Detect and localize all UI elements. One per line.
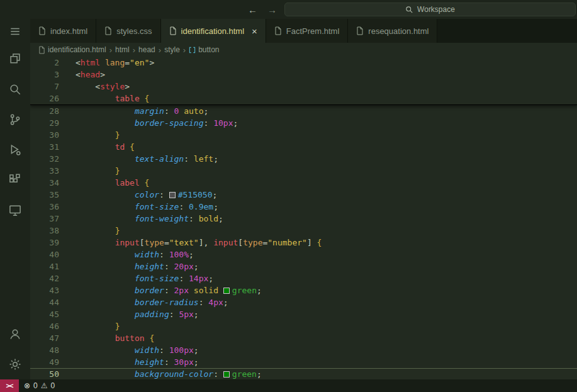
tab-resequation-html[interactable]: resequation.html <box>348 19 437 43</box>
problems-status[interactable]: ⊗ 0 ⚠ 0 <box>24 381 55 390</box>
line-number: 47 <box>30 332 59 344</box>
code-line-26[interactable]: 26 table { <box>30 92 577 104</box>
activity-bar <box>0 19 30 379</box>
code-line-43[interactable]: 43 border: 2px solid green; <box>30 284 577 296</box>
file-icon <box>104 26 112 35</box>
code-text: border: 2px solid green; <box>76 284 577 296</box>
code-line-45[interactable]: 45 padding: 5px; <box>30 308 577 320</box>
code-line-41[interactable]: 41 height: 20px; <box>30 260 577 272</box>
titlebar: ← → Workspace <box>0 0 577 19</box>
run-debug-icon[interactable] <box>0 135 30 165</box>
file-icon <box>38 26 46 35</box>
breadcrumb-item-file[interactable]: identification.html <box>48 45 106 54</box>
color-swatch <box>223 288 230 294</box>
line-number: 34 <box>30 177 59 189</box>
code-line-36[interactable]: 36 font-size: 0.9em; <box>30 201 577 213</box>
line-number: 46 <box>30 320 59 332</box>
color-swatch <box>223 371 230 378</box>
tab-index-html[interactable]: index.html <box>30 19 96 43</box>
line-number: 35 <box>30 189 59 201</box>
tab-factprem-html[interactable]: FactPrem.html <box>266 19 349 43</box>
code-line-39[interactable]: 39 input[type="text"], input[type="numbe… <box>30 237 577 249</box>
breadcrumb-item-head[interactable]: head <box>138 45 155 54</box>
remote-explorer-icon[interactable] <box>0 195 30 225</box>
line-number: 41 <box>30 260 59 272</box>
chevron-right-icon: › <box>183 45 186 55</box>
code-editor[interactable]: 2<html lang="en">3<head>7 <style>26 tabl… <box>30 57 577 379</box>
account-icon[interactable] <box>0 319 30 349</box>
code-line-29[interactable]: 29 border-spacing: 10px; <box>30 117 577 129</box>
code-line-33[interactable]: 33 } <box>30 165 577 177</box>
tab-label: identification.html <box>181 26 244 36</box>
line-number: 30 <box>30 129 59 141</box>
tab-identification-html[interactable]: identification.html × <box>161 19 266 43</box>
search-sidebar-icon[interactable] <box>0 74 30 104</box>
code-text: font-size: 14px; <box>76 272 577 284</box>
settings-gear-icon[interactable] <box>0 349 30 379</box>
tab-label: styles.css <box>116 26 152 36</box>
code-text: border-radius: 4px; <box>76 296 577 308</box>
code-text: border-spacing: 10px; <box>76 117 577 129</box>
remote-icon: >< <box>6 382 13 389</box>
code-line-31[interactable]: 31 td { <box>30 141 577 153</box>
code-line-46[interactable]: 46 } <box>30 320 577 332</box>
remote-indicator[interactable]: >< <box>0 379 19 392</box>
extensions-icon[interactable] <box>0 165 30 195</box>
code-text: height: 20px; <box>76 260 577 272</box>
breadcrumb-item-button[interactable]: button <box>198 45 219 54</box>
tab-label: FactPrem.html <box>286 26 340 36</box>
code-line-42[interactable]: 42 font-size: 14px; <box>30 272 577 284</box>
code-line-37[interactable]: 37 font-weight: bold; <box>30 213 577 225</box>
code-line-2[interactable]: 2<html lang="en"> <box>30 57 577 69</box>
code-line-48[interactable]: 48 width: 100px; <box>30 344 577 356</box>
code-line-3[interactable]: 3<head> <box>30 69 577 81</box>
menu-icon[interactable] <box>0 19 30 44</box>
code-text: <head> <box>76 69 577 81</box>
editor-group: index.html styles.css identification.htm… <box>30 19 577 379</box>
explorer-icon[interactable] <box>0 44 30 74</box>
tab-styles-css[interactable]: styles.css <box>96 19 160 43</box>
code-line-49[interactable]: 49 height: 30px; <box>30 356 577 368</box>
code-text: } <box>76 165 577 177</box>
code-line-7[interactable]: 7 <style> <box>30 81 577 92</box>
code-text: text-align: left; <box>76 153 577 165</box>
code-line-50[interactable]: 50 background-color: green; <box>30 368 577 379</box>
code-text: margin: 0 auto; <box>76 105 577 117</box>
line-number: 36 <box>30 201 59 213</box>
line-number: 32 <box>30 153 59 165</box>
code-text: width: 100px; <box>76 344 577 356</box>
code-line-35[interactable]: 35 color: #515050; <box>30 189 577 201</box>
forward-arrow-icon[interactable]: → <box>267 4 277 15</box>
code-line-28[interactable]: 28 margin: 0 auto; <box>30 105 577 117</box>
code-line-44[interactable]: 44 border-radius: 4px; <box>30 296 577 308</box>
code-line-32[interactable]: 32 text-align: left; <box>30 153 577 165</box>
source-control-icon[interactable] <box>0 104 30 135</box>
breadcrumb-item-style[interactable]: style <box>164 45 180 54</box>
tab-label: resequation.html <box>368 26 429 36</box>
code-line-34[interactable]: 34 label { <box>30 177 577 189</box>
line-number: 39 <box>30 237 59 249</box>
line-number: 33 <box>30 165 59 177</box>
command-center-search[interactable]: Workspace <box>284 3 576 16</box>
code-text: <style> <box>76 81 577 92</box>
line-number: 44 <box>30 296 59 308</box>
line-number: 45 <box>30 308 59 320</box>
code-line-47[interactable]: 47 button { <box>30 332 577 344</box>
line-number: 2 <box>30 57 59 69</box>
chevron-right-icon: › <box>109 45 112 55</box>
breadcrumb-item-html[interactable]: html <box>115 45 130 54</box>
breadcrumb: identification.html › html › head › styl… <box>30 43 577 57</box>
line-number: 49 <box>30 356 59 368</box>
code-line-30[interactable]: 30 } <box>30 129 577 141</box>
code-text: background-color: green; <box>76 368 577 379</box>
chevron-right-icon: › <box>133 45 135 55</box>
code-line-38[interactable]: 38 } <box>30 225 577 237</box>
code-text: label { <box>76 177 577 189</box>
code-line-40[interactable]: 40 width: 100%; <box>30 249 577 260</box>
line-number: 37 <box>30 213 59 225</box>
line-number: 26 <box>30 92 59 104</box>
line-number: 43 <box>30 284 59 296</box>
code-text: button { <box>76 332 577 344</box>
close-tab-icon[interactable]: × <box>252 26 257 36</box>
back-arrow-icon[interactable]: ← <box>248 4 257 15</box>
